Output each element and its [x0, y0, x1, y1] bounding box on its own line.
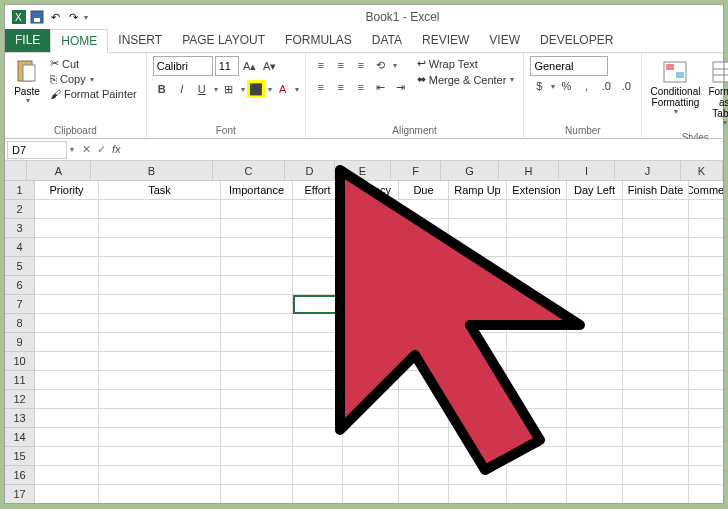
- cancel-formula-icon[interactable]: ✕: [82, 143, 91, 156]
- cell-J13[interactable]: [623, 409, 689, 428]
- cell-B8[interactable]: [99, 314, 221, 333]
- cell-F2[interactable]: [399, 200, 449, 219]
- font-size-combo[interactable]: [215, 56, 239, 76]
- bold-button[interactable]: B: [153, 80, 171, 98]
- redo-icon[interactable]: ↷: [65, 9, 81, 25]
- cell-J12[interactable]: [623, 390, 689, 409]
- cell-D7[interactable]: [293, 295, 343, 314]
- cell-B15[interactable]: [99, 447, 221, 466]
- cell-D10[interactable]: [293, 352, 343, 371]
- row-header-2[interactable]: 2: [5, 200, 35, 219]
- cell-F11[interactable]: [399, 371, 449, 390]
- cell-E9[interactable]: [343, 333, 399, 352]
- cell-H17[interactable]: [507, 485, 567, 503]
- cell-I17[interactable]: [567, 485, 623, 503]
- cell-A13[interactable]: [35, 409, 99, 428]
- cell-I3[interactable]: [567, 219, 623, 238]
- cell-H15[interactable]: [507, 447, 567, 466]
- cell-H3[interactable]: [507, 219, 567, 238]
- cell-F7[interactable]: [399, 295, 449, 314]
- column-header-A[interactable]: A: [27, 161, 91, 181]
- cell-H10[interactable]: [507, 352, 567, 371]
- cell-I16[interactable]: [567, 466, 623, 485]
- cell-F17[interactable]: [399, 485, 449, 503]
- cell-B4[interactable]: [99, 238, 221, 257]
- font-color-button[interactable]: A: [274, 80, 292, 98]
- cell-A7[interactable]: [35, 295, 99, 314]
- cut-button[interactable]: ✂Cut: [47, 56, 140, 71]
- cell-I13[interactable]: [567, 409, 623, 428]
- cell-C1[interactable]: Importance: [221, 181, 293, 200]
- cell-A15[interactable]: [35, 447, 99, 466]
- cell-D3[interactable]: [293, 219, 343, 238]
- cell-E4[interactable]: [343, 238, 399, 257]
- comma-button[interactable]: ,: [577, 77, 595, 95]
- cell-E6[interactable]: [343, 276, 399, 295]
- undo-icon[interactable]: ↶: [47, 9, 63, 25]
- cell-J15[interactable]: [623, 447, 689, 466]
- cell-B7[interactable]: [99, 295, 221, 314]
- tab-page-layout[interactable]: PAGE LAYOUT: [172, 29, 275, 52]
- tab-insert[interactable]: INSERT: [108, 29, 172, 52]
- cell-H12[interactable]: [507, 390, 567, 409]
- cell-F9[interactable]: [399, 333, 449, 352]
- cell-B11[interactable]: [99, 371, 221, 390]
- cell-I6[interactable]: [567, 276, 623, 295]
- cell-H8[interactable]: [507, 314, 567, 333]
- cell-G11[interactable]: [449, 371, 507, 390]
- cell-H5[interactable]: [507, 257, 567, 276]
- cell-C2[interactable]: [221, 200, 293, 219]
- column-header-J[interactable]: J: [615, 161, 681, 181]
- cell-F13[interactable]: [399, 409, 449, 428]
- cell-I7[interactable]: [567, 295, 623, 314]
- cell-I5[interactable]: [567, 257, 623, 276]
- tab-developer[interactable]: DEVELOPER: [530, 29, 623, 52]
- cell-J7[interactable]: [623, 295, 689, 314]
- align-bottom-icon[interactable]: ≡: [352, 56, 370, 74]
- cell-J5[interactable]: [623, 257, 689, 276]
- cell-G4[interactable]: [449, 238, 507, 257]
- cell-I12[interactable]: [567, 390, 623, 409]
- cell-H9[interactable]: [507, 333, 567, 352]
- cell-G13[interactable]: [449, 409, 507, 428]
- cell-G6[interactable]: [449, 276, 507, 295]
- border-button[interactable]: ⊞: [220, 80, 238, 98]
- cell-K16[interactable]: [689, 466, 723, 485]
- cell-D13[interactable]: [293, 409, 343, 428]
- cell-C15[interactable]: [221, 447, 293, 466]
- row-header-6[interactable]: 6: [5, 276, 35, 295]
- row-header-5[interactable]: 5: [5, 257, 35, 276]
- cell-I9[interactable]: [567, 333, 623, 352]
- cell-F14[interactable]: [399, 428, 449, 447]
- cell-K10[interactable]: [689, 352, 723, 371]
- cell-J16[interactable]: [623, 466, 689, 485]
- cell-K11[interactable]: [689, 371, 723, 390]
- cell-I11[interactable]: [567, 371, 623, 390]
- cell-I10[interactable]: [567, 352, 623, 371]
- cell-G8[interactable]: [449, 314, 507, 333]
- tab-formulas[interactable]: FORMULAS: [275, 29, 362, 52]
- cell-J4[interactable]: [623, 238, 689, 257]
- cell-A9[interactable]: [35, 333, 99, 352]
- cell-F16[interactable]: [399, 466, 449, 485]
- cell-E13[interactable]: [343, 409, 399, 428]
- cell-A3[interactable]: [35, 219, 99, 238]
- cell-C10[interactable]: [221, 352, 293, 371]
- row-header-8[interactable]: 8: [5, 314, 35, 333]
- cell-J3[interactable]: [623, 219, 689, 238]
- cell-A11[interactable]: [35, 371, 99, 390]
- column-header-F[interactable]: F: [391, 161, 441, 181]
- cell-B2[interactable]: [99, 200, 221, 219]
- align-top-icon[interactable]: ≡: [312, 56, 330, 74]
- cell-C14[interactable]: [221, 428, 293, 447]
- conditional-formatting-button[interactable]: Conditional Formatting▾: [648, 56, 702, 119]
- column-header-C[interactable]: C: [213, 161, 285, 181]
- cell-B12[interactable]: [99, 390, 221, 409]
- tab-review[interactable]: REVIEW: [412, 29, 479, 52]
- merge-center-button[interactable]: ⬌Merge & Center▾: [414, 72, 518, 87]
- increase-decimal-icon[interactable]: .0: [597, 77, 615, 95]
- cell-E15[interactable]: [343, 447, 399, 466]
- fill-color-button[interactable]: ⬛: [247, 80, 265, 98]
- copy-button[interactable]: ⎘Copy▾: [47, 72, 140, 86]
- cell-K9[interactable]: [689, 333, 723, 352]
